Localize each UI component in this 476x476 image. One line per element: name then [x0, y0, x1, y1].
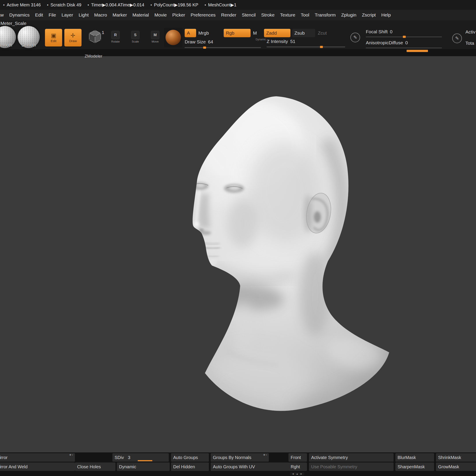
z-intensity-label: Z Intensity: [267, 39, 288, 44]
menu-item[interactable]: Preferences: [191, 12, 216, 18]
head-model: [0, 56, 476, 452]
menu-item[interactable]: Dynamics: [9, 12, 30, 18]
bullet-icon: ●: [47, 3, 49, 6]
menu-item[interactable]: Light: [79, 12, 89, 18]
rgb-toggle-button[interactable]: Rgb: [224, 29, 251, 37]
zmodeler-brush-button[interactable]: 1 ZModeler: [85, 29, 104, 47]
rotate-icon: R: [111, 31, 120, 39]
status-item-label: Active Mem 3146: [7, 2, 41, 7]
material-sphere-icon: [166, 30, 181, 45]
mrgb-toggle[interactable]: Mrgb: [198, 29, 209, 37]
blur-mask-button[interactable]: BlurMask: [395, 453, 434, 462]
menu-item[interactable]: Material: [133, 12, 149, 18]
menu-item[interactable]: Edit: [35, 12, 43, 18]
status-item: ● MeshCount▶1: [204, 2, 237, 7]
groups-by-normals-button[interactable]: Groups By Normals ✱˅: [211, 453, 269, 462]
status-item: ● PolyCount▶198.56 KP: [151, 2, 198, 7]
menu-item[interactable]: Texture: [280, 12, 295, 18]
mirror-label: Mirror: [0, 455, 7, 460]
cube-icon: [87, 29, 103, 44]
anisotropic-diffuse-slider[interactable]: [366, 48, 442, 48]
menu-item[interactable]: Marker: [113, 12, 127, 18]
active-points-clipped-label: Activ: [465, 29, 476, 34]
status-item-label: PolyCount▶198.56 KP: [154, 2, 198, 7]
rotate-mode-button[interactable]: R Rotate: [109, 31, 122, 45]
zadd-toggle-button[interactable]: Zadd: [264, 29, 290, 37]
rotate-label: Rotate: [111, 40, 120, 43]
focal-shift-label: Focal Shift: [366, 29, 388, 34]
dynamic-subdiv-button[interactable]: Dynamic: [117, 462, 170, 471]
focal-shift-value: 0: [390, 29, 392, 34]
draw-size-slider[interactable]: [185, 47, 261, 48]
sdiv-slider-fill[interactable]: [138, 460, 152, 461]
menu-item[interactable]: Zplugin: [341, 12, 356, 18]
status-item: ● Active Mem 3146: [3, 2, 41, 7]
stroke-pen-icon[interactable]: ✎: [350, 33, 360, 42]
auto-groups-with-uv-button[interactable]: Auto Groups With UV: [211, 462, 289, 471]
menu-item[interactable]: Render: [221, 12, 236, 18]
draw-mode-button[interactable]: ✛ Draw: [64, 29, 82, 47]
bullet-icon: ●: [87, 3, 89, 6]
brush-label: Smooth: [18, 43, 40, 48]
sdiv-slider[interactable]: SDiv3: [112, 453, 169, 462]
move-mode-button[interactable]: M Move: [149, 31, 161, 45]
menu-item[interactable]: File: [49, 12, 56, 18]
shelf-scrubber[interactable]: ◄ ▲ ►: [290, 472, 304, 475]
activate-symmetry-button[interactable]: Activate Symmetry: [309, 453, 393, 462]
edit-button[interactable]: ▣ Edit: [45, 29, 62, 47]
menu-item[interactable]: Transform: [315, 12, 336, 18]
mirror-and-weld-button[interactable]: Mirror And Weld: [0, 462, 75, 471]
menu-item[interactable]: Help: [381, 12, 391, 18]
move-label: Move: [152, 40, 159, 43]
anisotropic-diffuse-fill[interactable]: [407, 50, 428, 52]
focal-shift-slider[interactable]: [366, 36, 442, 37]
status-bar: ● Active Mem 3146 ● Scratch Disk 49 ● Ti…: [0, 0, 476, 10]
grow-mask-button[interactable]: GrowMask: [436, 462, 476, 471]
menu-item[interactable]: Stencil: [242, 12, 256, 18]
total-points-clipped-label: Tota: [465, 41, 474, 46]
menu-item[interactable]: Macro: [94, 12, 107, 18]
edit-button-label: Edit: [51, 39, 56, 43]
scrub-left-icon[interactable]: ◄: [292, 473, 294, 475]
m-toggle[interactable]: M: [253, 29, 257, 37]
sharpen-mask-button[interactable]: SharpenMask: [395, 462, 434, 471]
status-item: ● Timer▶0.004 ATime▶0.014: [87, 2, 144, 7]
slider-handle[interactable]: [320, 46, 323, 48]
zsub-toggle-button[interactable]: Zsub: [292, 29, 315, 37]
draw-crosshair-icon: ✛: [70, 33, 75, 38]
scale-mode-button[interactable]: S Scale: [129, 31, 141, 45]
bullet-icon: ●: [151, 3, 152, 6]
menu-item[interactable]: Picker: [172, 12, 185, 18]
menu-item-draw[interactable]: Draw: [0, 12, 4, 18]
brush-label: Smooth: [0, 43, 16, 48]
anisotropic-diffuse-label: AnisotropicDiffuse: [366, 40, 403, 45]
groups-by-normals-label: Groups By Normals: [213, 455, 252, 460]
auto-groups-button[interactable]: Auto Groups: [171, 453, 209, 462]
mirror-button[interactable]: Mirror ✱˅: [0, 453, 75, 462]
bullet-icon: ●: [3, 3, 5, 6]
menu-item[interactable]: Tool: [301, 12, 309, 18]
close-holes-button[interactable]: Close Holes: [75, 462, 116, 471]
slider-handle[interactable]: [403, 36, 406, 38]
status-item-label: Timer▶0.004 ATime▶0.014: [91, 2, 144, 7]
draw-size-label: Draw Size: [185, 39, 206, 45]
menu-item[interactable]: Movie: [154, 12, 167, 18]
scrub-right-icon[interactable]: ►: [300, 473, 303, 475]
menu-item[interactable]: Layer: [62, 12, 73, 18]
status-item-label: Scratch Disk 49: [51, 2, 81, 7]
menu-item[interactable]: Stroke: [261, 12, 274, 18]
depth-pen-icon[interactable]: ✎: [452, 34, 462, 43]
front-button[interactable]: Front: [289, 453, 307, 462]
shrink-mask-button[interactable]: ShrinkMask: [436, 453, 476, 462]
sculpt-viewport[interactable]: [0, 56, 476, 452]
del-hidden-button[interactable]: Del Hidden: [171, 462, 209, 471]
right-view-button[interactable]: Rght: [289, 462, 307, 471]
top-shelf: Meter_Scale Smooth Smooth ▣ Edit ✛ Draw …: [0, 20, 476, 49]
active-tool-name: Meter_Scale: [0, 21, 26, 26]
material-preview-button[interactable]: [164, 28, 183, 47]
scrub-up-icon[interactable]: ▲: [296, 473, 298, 475]
airbrush-toggle-button[interactable]: A: [185, 29, 196, 37]
menu-item[interactable]: Zscript: [362, 12, 376, 18]
slider-handle[interactable]: [203, 47, 206, 49]
z-intensity-slider[interactable]: [267, 47, 345, 47]
